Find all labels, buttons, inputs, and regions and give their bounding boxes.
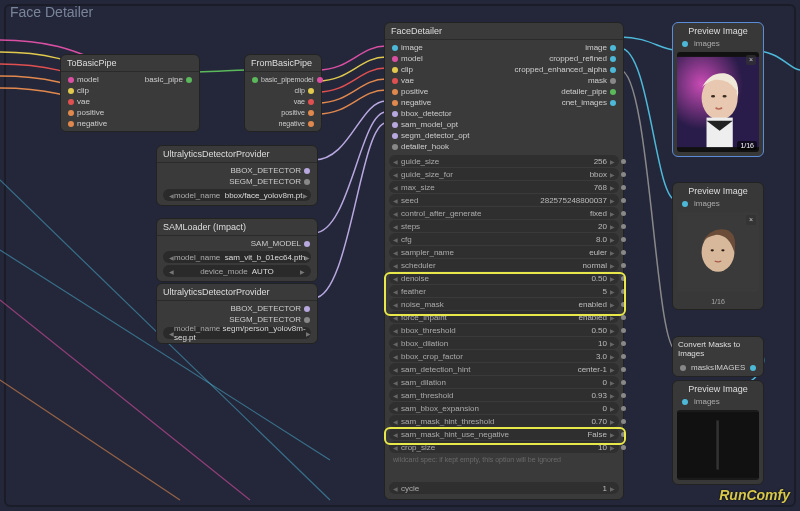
param-force-inpaint[interactable]: ◀force_inpaintenabled▶ [389, 311, 619, 323]
param-cycle[interactable]: ◀cycle1▶ [389, 482, 619, 494]
param-bbox-crop-factor[interactable]: ◀bbox_crop_factor3.0▶ [389, 350, 619, 362]
image-counter: 1/16 [673, 296, 763, 309]
node-title: UltralyticsDetectorProvider [157, 146, 317, 163]
wildcard-note: wildcard spec: if kept empty, this optio… [385, 454, 623, 465]
port-label: cnet_images [562, 98, 607, 107]
node-preview-image-3[interactable]: Preview Image images [672, 380, 764, 485]
node-title: Convert Masks to Images [673, 337, 763, 361]
close-icon[interactable]: × [746, 215, 756, 225]
port-label: model [401, 54, 423, 63]
preview-thumbnail[interactable]: × 1/16 [677, 52, 759, 152]
port-label: vae [401, 76, 414, 85]
param-crop-size[interactable]: ◀crop_size10▶ [389, 441, 619, 453]
port-label: images [694, 39, 720, 48]
port-label: BBOX_DETECTOR [230, 166, 301, 175]
node-samloader[interactable]: SAMLoader (Impact) SAM_MODEL ◀model_name… [156, 218, 318, 282]
param-steps[interactable]: ◀steps20▶ [389, 220, 619, 232]
param-noise-mask[interactable]: ◀noise_maskenabled▶ [389, 298, 619, 310]
param-scheduler[interactable]: ◀schedulernormal▶ [389, 259, 619, 271]
node-udp2[interactable]: UltralyticsDetectorProvider BBOX_DETECTO… [156, 283, 318, 344]
svg-point-7 [711, 249, 714, 251]
port-label: positive [401, 87, 428, 96]
node-title: Preview Image [673, 183, 763, 199]
port-label: negative [401, 98, 431, 107]
port-label: model [77, 75, 99, 84]
port-label: clip [401, 65, 413, 74]
port-label: vae [294, 98, 305, 105]
param-feather[interactable]: ◀feather5▶ [389, 285, 619, 297]
port-label: image [585, 43, 607, 52]
port-label: negative [77, 119, 107, 128]
node-title: SAMLoader (Impact) [157, 219, 317, 236]
port-label: detailer_hook [401, 142, 449, 151]
image-counter: 1/16 [737, 141, 757, 150]
node-title: FromBasicPipe [245, 55, 321, 72]
port-label: positive [281, 109, 305, 116]
preview-thumbnail[interactable] [677, 410, 759, 480]
port-label: mask [588, 76, 607, 85]
svg-point-2 [711, 95, 715, 97]
param-sam-bbox-expansion[interactable]: ◀sam_bbox_expansion0▶ [389, 402, 619, 414]
node-facedetailer[interactable]: FaceDetailer imageimagemodelcropped_refi… [384, 22, 624, 500]
node-convert-masks[interactable]: Convert Masks to Images masks IMAGES [672, 336, 764, 377]
port-label: basic_pipe [145, 75, 183, 84]
port-label: basic_pipe [261, 76, 294, 83]
port-label: SEGM_DETECTOR [229, 315, 301, 324]
port-label: detailer_pipe [561, 87, 607, 96]
param-max-size[interactable]: ◀max_size768▶ [389, 181, 619, 193]
model-name-field[interactable]: ◀model_name segm/person_yolov8m-seg.pt▶ [163, 327, 311, 339]
param-sampler-name[interactable]: ◀sampler_nameeuler▶ [389, 246, 619, 258]
node-udp1[interactable]: UltralyticsDetectorProvider BBOX_DETECTO… [156, 145, 318, 206]
node-preview-image-1[interactable]: Preview Image images × 1/16 [672, 22, 764, 157]
port-label: vae [77, 97, 90, 106]
param-guide-size-for[interactable]: ◀guide_size_forbbox▶ [389, 168, 619, 180]
param-seed[interactable]: ◀seed282575248800037▶ [389, 194, 619, 206]
param-bbox-dilation[interactable]: ◀bbox_dilation10▶ [389, 337, 619, 349]
brand-logo: RunComfy [719, 487, 790, 503]
param-control-after-generate[interactable]: ◀control_after_generatefixed▶ [389, 207, 619, 219]
preview-thumbnail[interactable]: × [677, 212, 759, 292]
node-title: FaceDetailer [385, 23, 623, 40]
port-label: BBOX_DETECTOR [230, 304, 301, 313]
port-label: clip [77, 86, 89, 95]
port-label: masks [691, 363, 714, 372]
svg-point-8 [721, 249, 724, 251]
close-icon[interactable]: × [746, 55, 756, 65]
node-title: ToBasicPipe [61, 55, 199, 72]
svg-point-3 [723, 95, 727, 97]
port-label: segm_detector_opt [401, 131, 470, 140]
port-label: clip [294, 87, 305, 94]
port-label: SAM_MODEL [251, 239, 301, 248]
node-title: UltralyticsDetectorProvider [157, 284, 317, 301]
port-label: sam_model_opt [401, 120, 458, 129]
port-label: SEGM_DETECTOR [229, 177, 301, 186]
param-sam-mask-hint-use-negative[interactable]: ◀sam_mask_hint_use_negativeFalse▶ [389, 428, 619, 440]
port-label: negative [279, 120, 305, 127]
param-guide-size[interactable]: ◀guide_size256▶ [389, 155, 619, 167]
param-sam-dilation[interactable]: ◀sam_dilation0▶ [389, 376, 619, 388]
node-preview-image-2[interactable]: Preview Image images × 1/16 [672, 182, 764, 310]
port-label: images [694, 397, 720, 406]
port-label: cropped_refined [549, 54, 607, 63]
param-denoise[interactable]: ◀denoise0.50▶ [389, 272, 619, 284]
param-sam-mask-hint-threshold[interactable]: ◀sam_mask_hint_threshold0.70▶ [389, 415, 619, 427]
port-label: model [294, 76, 313, 83]
node-frombasicpipe[interactable]: FromBasicPipe basic_pipemodel clip vae p… [244, 54, 322, 132]
param-bbox-threshold[interactable]: ◀bbox_threshold0.50▶ [389, 324, 619, 336]
port-label: positive [77, 108, 104, 117]
page-title: Face Detailer [10, 4, 93, 20]
node-title: Preview Image [673, 381, 763, 397]
node-tobasicpipe[interactable]: ToBasicPipe modelbasic_pipe clip vae pos… [60, 54, 200, 132]
node-title: Preview Image [673, 23, 763, 39]
port-label: image [401, 43, 423, 52]
param-sam-detection-hint[interactable]: ◀sam_detection_hintcenter-1▶ [389, 363, 619, 375]
sam-model-name-field[interactable]: ◀model_name sam_vit_b_01ec64.pth▶ [163, 251, 311, 263]
port-label: cropped_enhanced_alpha [514, 65, 607, 74]
svg-rect-10 [716, 420, 718, 469]
param-cfg[interactable]: ◀cfg8.0▶ [389, 233, 619, 245]
port-label: IMAGES [714, 363, 745, 372]
sam-device-mode-field[interactable]: ◀device_mode AUTO▶ [163, 265, 311, 277]
param-sam-threshold[interactable]: ◀sam_threshold0.93▶ [389, 389, 619, 401]
port-label: bbox_detector [401, 109, 452, 118]
model-name-field[interactable]: ◀model_name bbox/face_yolov8m.pt▶ [163, 189, 311, 201]
